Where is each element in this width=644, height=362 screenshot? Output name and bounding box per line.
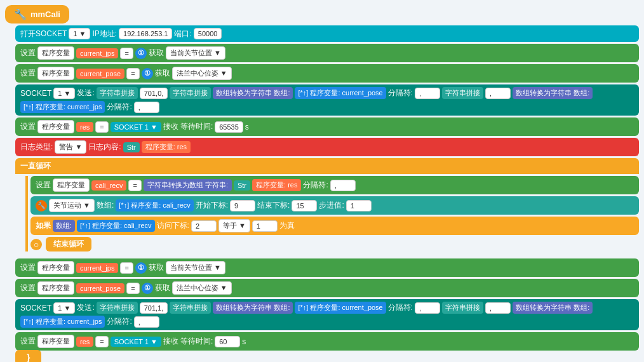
var-type-1[interactable]: 程序变量: [37, 46, 74, 60]
str-tag-2: Str: [234, 180, 250, 191]
str-concat-6: 字符串拼接: [442, 302, 483, 314]
socket-num-1[interactable]: 1 ▼: [53, 88, 75, 99]
sep-comma[interactable]: ,: [485, 88, 511, 99]
recv-label-2: 接收: [163, 336, 178, 347]
set-label-3: 设置: [20, 121, 36, 132]
ip-input[interactable]: 192.168.253.1: [119, 28, 172, 39]
send-label-1: 发送:: [77, 88, 94, 98]
get-label-1: 获取: [149, 48, 164, 58]
socket-num-dropdown[interactable]: 1 ▼: [69, 28, 90, 39]
set-jps-block: 设置 程序变量 current_jps = ① 获取 当前关节位置 ▼: [15, 44, 639, 62]
wait-label-2: 等待时间:: [180, 336, 213, 347]
sep-val-4[interactable]: ,: [415, 302, 440, 314]
jps-var-name: current_jps: [76, 48, 118, 58]
port-input[interactable]: 50000: [194, 28, 222, 39]
joint-motion-label[interactable]: 关节运动 ▼: [49, 199, 95, 212]
sep-label-1: 分隔符:: [388, 88, 413, 98]
is-true-label: 为真: [279, 220, 295, 231]
socket-label-2: SOCKET: [20, 304, 51, 312]
var-type-7[interactable]: 程序变量: [37, 335, 74, 348]
socket-send-block-2: SOCKET 1 ▼ 发送: 字符串拼接 701,1, 字符串拼接 数组转换为字…: [15, 299, 639, 330]
sep-label-3: 分隔符:: [303, 180, 328, 191]
set-cali-recv: 设置 程序变量 cali_recv = 字符串转换为数组 字符串: Str 程序…: [30, 176, 639, 194]
jps-source-2[interactable]: 当前关节位置 ▼: [166, 261, 225, 274]
assign-1[interactable]: =: [120, 48, 133, 59]
s-label-1: s: [245, 123, 249, 131]
main-canvas: 🔧 mmCali 打开SOCKET 1 ▼ IP地址: 192.168.253.…: [0, 0, 644, 362]
access-idx-val[interactable]: 2: [191, 220, 217, 232]
send-val-1[interactable]: 701,0,: [140, 88, 168, 99]
socket-label-1: SOCKET: [20, 89, 51, 98]
cali-recv-if: [*↑] 程序变量: cali_recv: [77, 220, 154, 232]
get-icon-1: ①: [135, 48, 147, 59]
assign-2[interactable]: =: [126, 68, 139, 79]
pose-source-2[interactable]: 法兰中心位姿 ▼: [172, 281, 232, 295]
wait-val-1[interactable]: 65535: [215, 121, 243, 133]
res-var-2: res: [76, 337, 93, 347]
num-to-str-3: 数组转换为字符串 数组:: [213, 302, 293, 314]
loop-label: 一直循环: [20, 161, 51, 171]
assign-7[interactable]: =: [95, 336, 108, 347]
end-brace-block: }: [15, 350, 41, 362]
set-pose-block: 设置 程序变量 current_pose = ① 获取 法兰中心位姿 ▼: [15, 64, 639, 83]
prog-var-jps: [*↑] 程序变量: current_jps: [20, 101, 105, 113]
prog-var-pose: [*↑] 程序变量: current_pose: [295, 87, 386, 99]
log-res-var: 程序变量: res: [142, 141, 191, 153]
sep-val-1[interactable]: ,: [415, 88, 440, 99]
equals-dropdown[interactable]: 等于 ▼: [218, 219, 250, 232]
hat-label: mmCali: [30, 10, 60, 19]
arr-access: 数组:: [53, 220, 75, 232]
set-label-7: 设置: [20, 336, 36, 347]
sep-val-2[interactable]: ,: [134, 102, 159, 113]
step-val[interactable]: 1: [346, 200, 372, 211]
wait-label-1: 等待时间:: [180, 121, 213, 132]
wrench-icon: 🔧: [36, 200, 47, 211]
set-label-1: 设置: [20, 48, 36, 58]
cmp-val[interactable]: 1: [252, 220, 278, 232]
socket-num-2[interactable]: 1 ▼: [53, 302, 75, 314]
sep-comma-2[interactable]: ,: [485, 302, 511, 314]
get-label-4: 获取: [155, 283, 170, 293]
res-var-ref: 程序变量: res: [252, 179, 301, 191]
set-res-block-2: 设置 程序变量 res = SOCKET 1 ▼ 接收 等待时间: 60 s: [15, 332, 639, 351]
hat-block[interactable]: 🔧 mmCali: [5, 5, 69, 23]
s-label-2: s: [242, 337, 246, 346]
pose-var-2: current_pose: [76, 283, 124, 293]
sep-label-2: 分隔符:: [107, 102, 131, 112]
assign-5[interactable]: =: [120, 262, 133, 274]
str-tag: Str: [123, 142, 140, 152]
start-idx-val[interactable]: 9: [230, 200, 255, 211]
wait-val-2[interactable]: 60: [215, 336, 240, 347]
assign-6[interactable]: =: [126, 283, 139, 294]
ip-label: IP地址:: [92, 29, 117, 39]
num-to-str-1: 数组转换为字符串 数组:: [213, 87, 293, 99]
hat-icon: 🔧: [14, 8, 27, 20]
access-idx-label: 访问下标:: [157, 220, 189, 231]
cali-recv-arr: [*↑] 程序变量: cali_recv: [116, 199, 193, 211]
jps-source[interactable]: 当前关节位置 ▼: [166, 46, 225, 60]
send-val-2[interactable]: 701,1,: [140, 302, 168, 314]
var-type-4[interactable]: 程序变量: [53, 178, 90, 192]
var-type-6[interactable]: 程序变量: [37, 281, 74, 295]
var-type-3[interactable]: 程序变量: [37, 120, 74, 133]
str-to-arr: 字符串转换为数组 字符串:: [144, 179, 232, 191]
pose-source[interactable]: 法兰中心位姿 ▼: [172, 67, 232, 80]
end-idx-val[interactable]: 15: [292, 200, 317, 211]
str-concat-4: 字符串拼接: [97, 302, 138, 314]
assign-3[interactable]: =: [95, 121, 108, 133]
get-icon-3: ①: [135, 262, 147, 274]
sep-val-3[interactable]: ,: [330, 180, 356, 191]
socket-recv-1: SOCKET 1 ▼: [111, 122, 161, 132]
recv-label-1: 接收: [163, 121, 178, 132]
var-type-2[interactable]: 程序变量: [37, 67, 74, 80]
var-type-5[interactable]: 程序变量: [37, 261, 74, 274]
log-content-label: 日志内容:: [88, 142, 121, 152]
log-type-val[interactable]: 警告 ▼: [55, 140, 86, 154]
step-label: 步进值:: [319, 200, 344, 211]
socket-send-block-1: SOCKET 1 ▼ 发送: 字符串拼接 701,0, 字符串拼接 数组转换为字…: [15, 84, 639, 116]
open-socket-label: 打开SOCKET: [20, 29, 67, 39]
assign-4[interactable]: =: [128, 180, 141, 191]
set-label-2: 设置: [20, 68, 36, 79]
set-label-6: 设置: [20, 283, 36, 293]
sep-val-5[interactable]: ,: [134, 316, 159, 328]
